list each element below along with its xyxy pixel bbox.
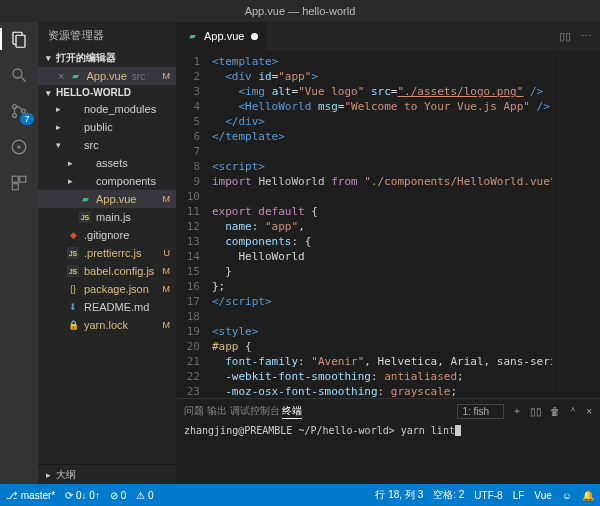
editor-tab[interactable]: ▰ App.vue — [176, 22, 266, 50]
tree-item-label: .prettierrc.js — [84, 247, 141, 259]
close-icon[interactable]: × — [58, 70, 64, 82]
tree-folder[interactable]: ▸components — [38, 172, 176, 190]
search-icon[interactable] — [8, 64, 30, 86]
code-line[interactable]: </template> — [212, 129, 552, 144]
tree-file[interactable]: ◆.gitignore — [38, 226, 176, 244]
code-line[interactable]: #app { — [212, 339, 552, 354]
panel-tab[interactable]: 终端 — [282, 405, 302, 419]
git-sync[interactable]: ⟳ 0↓ 0↑ — [65, 490, 100, 501]
tree-file[interactable]: ⬇README.md — [38, 298, 176, 316]
tree-file[interactable]: {}package.jsonM — [38, 280, 176, 298]
chevron-down-icon: ▾ — [44, 53, 52, 63]
code-line[interactable]: name: "app", — [212, 219, 552, 234]
tree-item-label: .gitignore — [84, 229, 129, 241]
code-line[interactable] — [212, 309, 552, 324]
split-editor-icon[interactable]: ▯▯ — [559, 30, 571, 43]
tree-file[interactable]: JS.prettierrc.jsU — [38, 244, 176, 262]
encoding-status[interactable]: UTF-8 — [474, 490, 502, 501]
line-number: 10 — [176, 189, 200, 204]
tree-folder[interactable]: ▸node_modules — [38, 100, 176, 118]
code-line[interactable]: HelloWorld — [212, 249, 552, 264]
code-line[interactable]: components: { — [212, 234, 552, 249]
trash-icon[interactable]: 🗑 — [550, 406, 560, 417]
line-number: 1 — [176, 54, 200, 69]
explorer-icon[interactable] — [8, 28, 30, 50]
line-number: 9 — [176, 174, 200, 189]
tree-file[interactable]: ▰App.vueM — [38, 190, 176, 208]
tree-folder[interactable]: ▾src — [38, 136, 176, 154]
sidebar-title: 资源管理器 — [38, 22, 176, 49]
code-line[interactable] — [212, 189, 552, 204]
tree-file[interactable]: JSbabel.config.jsM — [38, 262, 176, 280]
terminal[interactable]: zhangjing@PREAMBLE ~/P/hello-world> yarn… — [176, 423, 600, 484]
indent-status[interactable]: 空格: 2 — [433, 488, 464, 502]
tree-item-label: public — [84, 121, 113, 133]
project-section[interactable]: ▾ HELLO-WORLD — [38, 85, 176, 100]
line-number: 11 — [176, 204, 200, 219]
panel-tab[interactable]: 问题 — [184, 405, 204, 416]
tree-folder[interactable]: ▸public — [38, 118, 176, 136]
code-line[interactable]: <HelloWorld msg="Welcome to Your Vue.js … — [212, 99, 552, 114]
tree-file[interactable]: 🔒yarn.lockM — [38, 316, 176, 334]
debug-icon[interactable] — [8, 136, 30, 158]
code-editor[interactable]: 1234567891011121314151617181920212223242… — [176, 50, 600, 398]
tree-item-label: README.md — [84, 301, 149, 313]
maximize-panel-icon[interactable]: ＾ — [568, 404, 578, 418]
chevron-right-icon: ▸ — [66, 158, 74, 168]
code-line[interactable] — [212, 144, 552, 159]
code-line[interactable]: }; — [212, 279, 552, 294]
more-icon[interactable]: ⋯ — [581, 30, 592, 43]
language-status[interactable]: Vue — [534, 490, 551, 501]
tree-item-label: babel.config.js — [84, 265, 154, 277]
extensions-icon[interactable] — [8, 172, 30, 194]
cursor-position[interactable]: 行 18, 列 3 — [375, 488, 423, 502]
outline-section[interactable]: ▸ 大纲 — [38, 464, 176, 484]
source-control-icon[interactable]: 7 — [8, 100, 30, 122]
code-line[interactable]: <img alt="Vue logo" src="./assets/logo.p… — [212, 84, 552, 99]
close-panel-icon[interactable]: × — [586, 406, 592, 417]
outline-label: 大纲 — [56, 468, 76, 482]
new-terminal-icon[interactable]: ＋ — [512, 404, 522, 418]
feedback-icon[interactable]: ☺ — [562, 490, 572, 501]
minimap[interactable] — [552, 50, 600, 398]
code-line[interactable]: export default { — [212, 204, 552, 219]
code-line[interactable]: } — [212, 264, 552, 279]
tree-item-label: assets — [96, 157, 128, 169]
git-branch[interactable]: ⎇ master* — [6, 490, 55, 501]
panel-tab[interactable]: 输出 — [207, 405, 227, 416]
code-line[interactable]: -moz-osx-font-smoothing: grayscale; — [212, 384, 552, 398]
open-editor-name: App.vue — [86, 70, 126, 82]
statusbar: ⎇ master* ⟳ 0↓ 0↑ ⊘ 0 ⚠ 0 行 18, 列 3 空格: … — [0, 484, 600, 506]
code-line[interactable]: font-family: "Avenir", Helvetica, Arial,… — [212, 354, 552, 369]
vcs-badge: M — [163, 320, 171, 330]
chevron-down-icon: ▾ — [44, 88, 52, 98]
status-errors[interactable]: ⊘ 0 — [110, 490, 126, 501]
line-number: 8 — [176, 159, 200, 174]
bell-icon[interactable]: 🔔 — [582, 490, 594, 501]
code-line[interactable]: <script> — [212, 159, 552, 174]
code-line[interactable]: </script> — [212, 294, 552, 309]
panel-tab[interactable]: 调试控制台 — [230, 405, 280, 416]
line-number: 16 — [176, 279, 200, 294]
vcs-badge: M — [163, 194, 171, 204]
code-line[interactable]: <template> — [212, 54, 552, 69]
tree-item-label: src — [84, 139, 99, 151]
split-terminal-icon[interactable]: ▯▯ — [530, 406, 542, 417]
open-editors-section[interactable]: ▾ 打开的编辑器 — [38, 49, 176, 67]
code-line[interactable]: -webkit-font-smoothing: antialiased; — [212, 369, 552, 384]
open-editor-item[interactable]: × ▰ App.vue src M — [38, 67, 176, 85]
code-line[interactable]: </div> — [212, 114, 552, 129]
chevron-right-icon: ▸ — [44, 470, 52, 480]
code-line[interactable]: <div id="app"> — [212, 69, 552, 84]
code-line[interactable]: import HelloWorld from "./components/Hel… — [212, 174, 552, 189]
tree-file[interactable]: JSmain.js — [38, 208, 176, 226]
tree-folder[interactable]: ▸assets — [38, 154, 176, 172]
status-warnings[interactable]: ⚠ 0 — [136, 490, 153, 501]
code-line[interactable]: <style> — [212, 324, 552, 339]
eol-status[interactable]: LF — [513, 490, 525, 501]
code-content[interactable]: <template> <div id="app"> <img alt="Vue … — [208, 50, 552, 398]
terminal-prompt: zhangjing@PREAMBLE ~/P/hello-world> yarn… — [184, 425, 455, 436]
terminal-picker[interactable]: 1: fish — [457, 404, 504, 419]
line-number: 22 — [176, 369, 200, 384]
line-number: 23 — [176, 384, 200, 398]
